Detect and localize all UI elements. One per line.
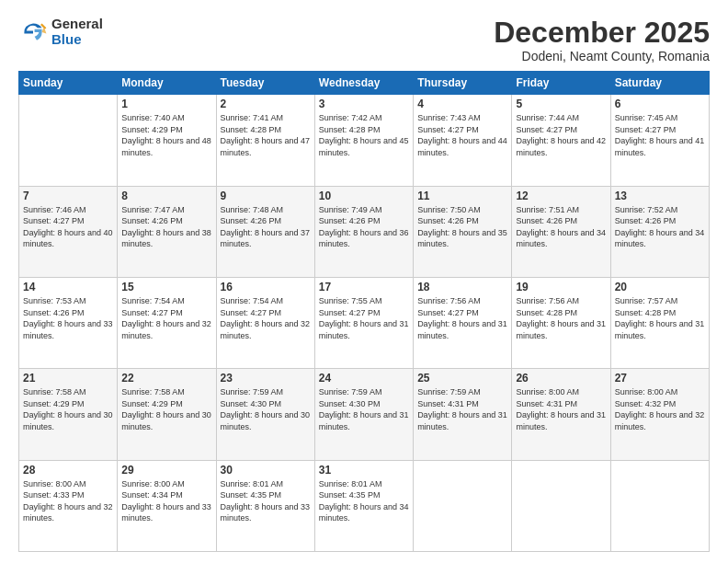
day-info: Sunrise: 7:43 AMSunset: 4:27 PMDaylight:…	[417, 113, 507, 157]
table-cell: 4 Sunrise: 7:43 AMSunset: 4:27 PMDayligh…	[414, 95, 512, 186]
day-number: 16	[221, 281, 311, 293]
day-number: 30	[221, 464, 311, 477]
header: General Blue December 2025 Dodeni, Neamt…	[18, 17, 710, 63]
table-cell: 17 Sunrise: 7:55 AMSunset: 4:27 PMDaylig…	[314, 277, 413, 368]
day-number: 12	[516, 190, 606, 202]
day-info: Sunrise: 7:50 AMSunset: 4:26 PMDaylight:…	[417, 205, 507, 249]
day-info: Sunrise: 8:00 AMSunset: 4:34 PMDaylight:…	[121, 479, 211, 523]
calendar-week-row: 1 Sunrise: 7:40 AMSunset: 4:29 PMDayligh…	[19, 95, 710, 186]
day-info: Sunrise: 7:58 AMSunset: 4:29 PMDaylight:…	[121, 387, 211, 431]
table-cell: 12 Sunrise: 7:51 AMSunset: 4:26 PMDaylig…	[512, 186, 610, 277]
header-sunday: Sunday	[19, 72, 118, 95]
table-cell: 25 Sunrise: 7:59 AMSunset: 4:31 PMDaylig…	[414, 369, 512, 460]
day-number: 22	[121, 372, 211, 385]
calendar-table: Sunday Monday Tuesday Wednesday Thursday…	[18, 71, 710, 552]
table-cell: 21 Sunrise: 7:58 AMSunset: 4:29 PMDaylig…	[19, 369, 118, 460]
day-number: 28	[23, 464, 113, 477]
header-saturday: Saturday	[610, 72, 709, 95]
day-number: 29	[121, 464, 211, 477]
day-number: 27	[615, 372, 705, 385]
day-number: 5	[516, 98, 606, 110]
day-number: 2	[221, 98, 311, 110]
table-cell: 24 Sunrise: 7:59 AMSunset: 4:30 PMDaylig…	[314, 369, 413, 460]
table-cell: 28 Sunrise: 8:00 AMSunset: 4:33 PMDaylig…	[19, 460, 118, 551]
logo-general-text: General	[51, 17, 103, 32]
logo: General Blue	[18, 17, 103, 47]
table-cell: 22 Sunrise: 7:58 AMSunset: 4:29 PMDaylig…	[118, 369, 216, 460]
day-info: Sunrise: 7:40 AMSunset: 4:29 PMDaylight:…	[121, 113, 211, 157]
table-cell: 19 Sunrise: 7:56 AMSunset: 4:28 PMDaylig…	[512, 277, 610, 368]
header-wednesday: Wednesday	[314, 72, 413, 95]
day-number: 6	[615, 98, 705, 110]
day-number: 17	[319, 281, 409, 293]
table-cell: 29 Sunrise: 8:00 AMSunset: 4:34 PMDaylig…	[118, 460, 216, 551]
table-cell: 1 Sunrise: 7:40 AMSunset: 4:29 PMDayligh…	[118, 95, 216, 186]
table-cell: 10 Sunrise: 7:49 AMSunset: 4:26 PMDaylig…	[314, 186, 413, 277]
table-cell: 15 Sunrise: 7:54 AMSunset: 4:27 PMDaylig…	[118, 277, 216, 368]
day-number: 4	[417, 98, 507, 110]
day-info: Sunrise: 8:01 AMSunset: 4:35 PMDaylight:…	[221, 479, 311, 523]
table-cell	[512, 460, 610, 551]
day-info: Sunrise: 7:48 AMSunset: 4:26 PMDaylight:…	[221, 205, 311, 249]
day-number: 11	[417, 190, 507, 202]
table-cell: 16 Sunrise: 7:54 AMSunset: 4:27 PMDaylig…	[216, 277, 314, 368]
day-number: 24	[319, 372, 409, 385]
day-number: 25	[417, 372, 507, 385]
table-cell: 8 Sunrise: 7:47 AMSunset: 4:26 PMDayligh…	[118, 186, 216, 277]
day-info: Sunrise: 7:47 AMSunset: 4:26 PMDaylight:…	[121, 205, 211, 249]
logo-text: General Blue	[51, 17, 103, 47]
day-info: Sunrise: 7:41 AMSunset: 4:28 PMDaylight:…	[221, 113, 311, 157]
day-number: 9	[221, 190, 311, 202]
table-cell: 3 Sunrise: 7:42 AMSunset: 4:28 PMDayligh…	[314, 95, 413, 186]
location: Dodeni, Neamt County, Romania	[494, 49, 710, 63]
day-info: Sunrise: 7:54 AMSunset: 4:27 PMDaylight:…	[221, 296, 311, 340]
table-cell: 7 Sunrise: 7:46 AMSunset: 4:27 PMDayligh…	[19, 186, 118, 277]
header-tuesday: Tuesday	[216, 72, 314, 95]
day-number: 15	[121, 281, 211, 293]
header-friday: Friday	[512, 72, 610, 95]
day-number: 7	[23, 190, 113, 202]
table-cell: 9 Sunrise: 7:48 AMSunset: 4:26 PMDayligh…	[216, 186, 314, 277]
day-number: 1	[121, 98, 211, 110]
table-cell: 5 Sunrise: 7:44 AMSunset: 4:27 PMDayligh…	[512, 95, 610, 186]
day-info: Sunrise: 7:54 AMSunset: 4:27 PMDaylight:…	[121, 296, 211, 340]
day-info: Sunrise: 7:55 AMSunset: 4:27 PMDaylight:…	[319, 296, 409, 340]
table-cell	[610, 460, 709, 551]
day-info: Sunrise: 7:58 AMSunset: 4:29 PMDaylight:…	[23, 387, 113, 431]
day-info: Sunrise: 7:49 AMSunset: 4:26 PMDaylight:…	[319, 205, 409, 249]
day-info: Sunrise: 7:45 AMSunset: 4:27 PMDaylight:…	[615, 113, 705, 157]
calendar-week-row: 21 Sunrise: 7:58 AMSunset: 4:29 PMDaylig…	[19, 369, 710, 460]
title-block: December 2025 Dodeni, Neamt County, Roma…	[494, 17, 710, 63]
table-cell: 27 Sunrise: 8:00 AMSunset: 4:32 PMDaylig…	[610, 369, 709, 460]
calendar-week-row: 14 Sunrise: 7:53 AMSunset: 4:26 PMDaylig…	[19, 277, 710, 368]
logo-icon	[18, 17, 48, 47]
day-info: Sunrise: 8:00 AMSunset: 4:33 PMDaylight:…	[23, 479, 113, 523]
day-info: Sunrise: 8:00 AMSunset: 4:31 PMDaylight:…	[516, 387, 606, 431]
day-number: 31	[319, 464, 409, 477]
table-cell: 14 Sunrise: 7:53 AMSunset: 4:26 PMDaylig…	[19, 277, 118, 368]
day-info: Sunrise: 7:56 AMSunset: 4:28 PMDaylight:…	[516, 296, 606, 340]
day-number: 18	[417, 281, 507, 293]
header-monday: Monday	[118, 72, 216, 95]
table-cell: 31 Sunrise: 8:01 AMSunset: 4:35 PMDaylig…	[314, 460, 413, 551]
table-cell: 13 Sunrise: 7:52 AMSunset: 4:26 PMDaylig…	[610, 186, 709, 277]
weekday-header-row: Sunday Monday Tuesday Wednesday Thursday…	[19, 72, 710, 95]
day-number: 21	[23, 372, 113, 385]
day-number: 20	[615, 281, 705, 293]
day-number: 10	[319, 190, 409, 202]
day-number: 8	[121, 190, 211, 202]
table-cell: 18 Sunrise: 7:56 AMSunset: 4:27 PMDaylig…	[414, 277, 512, 368]
logo-blue-text: Blue	[51, 32, 103, 48]
table-cell: 6 Sunrise: 7:45 AMSunset: 4:27 PMDayligh…	[610, 95, 709, 186]
day-info: Sunrise: 7:57 AMSunset: 4:28 PMDaylight:…	[615, 296, 705, 340]
table-cell	[19, 95, 118, 186]
header-thursday: Thursday	[414, 72, 512, 95]
day-info: Sunrise: 7:42 AMSunset: 4:28 PMDaylight:…	[319, 113, 409, 157]
day-number: 13	[615, 190, 705, 202]
day-number: 14	[23, 281, 113, 293]
day-info: Sunrise: 7:44 AMSunset: 4:27 PMDaylight:…	[516, 113, 606, 157]
table-cell: 20 Sunrise: 7:57 AMSunset: 4:28 PMDaylig…	[610, 277, 709, 368]
day-info: Sunrise: 7:56 AMSunset: 4:27 PMDaylight:…	[417, 296, 507, 340]
day-number: 26	[516, 372, 606, 385]
page: General Blue December 2025 Dodeni, Neamt…	[0, 0, 728, 563]
